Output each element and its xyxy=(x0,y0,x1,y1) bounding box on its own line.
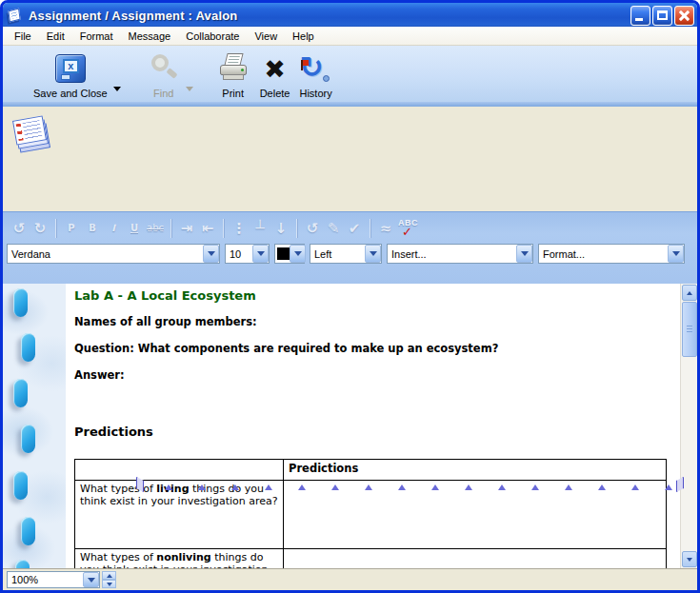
strikethrough-icon[interactable]: abc xyxy=(145,217,166,240)
tab-stop-marker xyxy=(165,484,172,490)
down-arrow-icon xyxy=(687,558,692,562)
tab-stop-marker xyxy=(598,484,606,490)
scroll-down-button[interactable] xyxy=(682,551,697,567)
toolbar-divider xyxy=(370,219,370,238)
corner-header-cell xyxy=(75,460,284,481)
italic-icon[interactable]: I xyxy=(103,217,124,240)
menu-file[interactable]: File xyxy=(7,29,39,44)
undo-icon[interactable]: ↺ xyxy=(9,217,30,240)
predictions-table: Predictions What types of living things … xyxy=(74,459,667,568)
chevron-down-icon xyxy=(672,251,680,256)
underline-icon[interactable]: U xyxy=(124,217,145,240)
insert-break-icon[interactable]: ┴ xyxy=(250,217,270,240)
outdent-icon[interactable]: ⇤ xyxy=(197,217,218,240)
zoom-up-button[interactable] xyxy=(102,571,116,580)
find-dropdown-arrow xyxy=(186,87,193,91)
window-title: Assignment / Assignment : Avalon xyxy=(29,9,630,23)
minimize-button[interactable] xyxy=(630,6,650,26)
tab-stop-marker xyxy=(465,484,472,490)
zoom-down-button[interactable] xyxy=(102,580,116,588)
document-editor[interactable]: Lab A - A Local Ecosystem Names of all g… xyxy=(66,284,680,568)
print-button[interactable]: Print xyxy=(214,49,252,100)
document-line: Names of all group members: xyxy=(74,315,257,328)
size-dropdown-arrow[interactable] xyxy=(252,245,269,263)
assignment-form: Assignment Number: Assignment Name: Due … xyxy=(3,107,697,211)
format-dropdown-arrow[interactable] xyxy=(668,245,684,263)
zoom-dropdown-arrow[interactable] xyxy=(83,572,99,587)
font-size-dropdown[interactable]: 10 xyxy=(225,244,270,264)
signature-icon[interactable]: ≈ xyxy=(375,217,396,240)
tab-stop-marker xyxy=(198,484,206,490)
menu-collaborate[interactable]: Collaborate xyxy=(178,29,247,44)
bold-icon[interactable]: B xyxy=(82,217,103,240)
menu-format[interactable]: Format xyxy=(72,29,121,44)
maximize-button[interactable] xyxy=(652,6,672,26)
scrollbar-thumb[interactable] xyxy=(682,302,697,357)
answer-cell[interactable] xyxy=(284,481,667,549)
minimize-icon xyxy=(635,18,643,21)
spellcheck-icon[interactable]: ABC ✓ xyxy=(396,217,419,240)
menu-help[interactable]: Help xyxy=(285,29,322,44)
save-and-close-button[interactable]: x Save and Close xyxy=(30,49,111,100)
scroll-up-button[interactable] xyxy=(682,285,697,301)
maximize-icon xyxy=(657,10,668,20)
document-line: Question: What components are required t… xyxy=(74,342,498,355)
align-dropdown-arrow[interactable] xyxy=(365,245,381,263)
font-family-dropdown[interactable]: Verdana xyxy=(7,244,220,264)
tab-stop-marker xyxy=(531,484,539,490)
insert-dropdown[interactable]: Insert... xyxy=(387,244,533,264)
menu-view[interactable]: View xyxy=(247,29,285,44)
insert-rows-icon[interactable]: ⋮ xyxy=(229,217,250,240)
binding-capsule xyxy=(21,517,35,545)
move-down-icon[interactable]: ↓ xyxy=(270,217,291,240)
tab-stop-marker xyxy=(631,484,639,490)
indent-icon[interactable]: ⇥ xyxy=(176,217,197,240)
history-icon: ↻ xyxy=(300,53,332,84)
table-row: What types of nonliving things do you th… xyxy=(75,549,667,569)
menu-message[interactable]: Message xyxy=(121,29,179,44)
history-button[interactable]: ↻ History xyxy=(295,49,335,100)
print-icon xyxy=(218,53,249,84)
toolbar-divider xyxy=(55,219,56,238)
chevron-down-icon xyxy=(257,251,265,256)
insert-dropdown-arrow[interactable] xyxy=(516,245,532,263)
chevron-down-icon xyxy=(294,251,302,256)
paragraph-style-icon[interactable]: P xyxy=(61,217,82,240)
status-bar: 100% xyxy=(3,568,697,590)
color-swatch xyxy=(277,247,290,260)
tab-stop-marker xyxy=(565,484,572,490)
close-button[interactable] xyxy=(674,6,694,26)
zoom-spinner[interactable] xyxy=(102,571,116,588)
zoom-dropdown[interactable]: 100% xyxy=(7,571,100,588)
delete-label: Delete xyxy=(260,88,290,99)
up-arrow-icon xyxy=(107,574,112,578)
accept-check-icon[interactable]: ✔ xyxy=(344,217,365,240)
refresh-icon[interactable]: ↺ xyxy=(302,217,323,240)
tab-stop-marker xyxy=(498,484,506,490)
section-heading: Predictions xyxy=(74,425,153,439)
tab-stop-marker xyxy=(398,484,406,490)
title-bar: Assignment / Assignment : Avalon xyxy=(0,0,700,30)
down-arrow-icon xyxy=(107,583,112,586)
document-area: Lab A - A Local Ecosystem Names of all g… xyxy=(3,284,697,568)
tab-stop-marker xyxy=(431,484,439,490)
tab-stop-marker xyxy=(331,484,339,490)
delete-button[interactable]: ✖ Delete xyxy=(256,49,294,100)
tab-stop-marker xyxy=(365,484,372,490)
alignment-dropdown[interactable]: Left xyxy=(310,244,382,264)
menu-edit[interactable]: Edit xyxy=(39,29,72,44)
redo-icon[interactable]: ↻ xyxy=(30,217,50,240)
chevron-down-icon xyxy=(208,251,215,256)
font-dropdown-arrow[interactable] xyxy=(203,245,219,263)
binding-capsule xyxy=(13,379,28,407)
table-header-row: Predictions xyxy=(75,460,667,481)
save-dropdown-arrow[interactable] xyxy=(113,87,121,91)
answer-cell[interactable] xyxy=(284,549,667,569)
vertical-scrollbar[interactable] xyxy=(680,284,697,568)
save-icon: x xyxy=(55,54,86,83)
question-cell: What types of nonliving things do you th… xyxy=(75,549,284,569)
format-dropdown[interactable]: Format... xyxy=(538,244,685,264)
font-color-dropdown[interactable] xyxy=(274,244,305,264)
color-dropdown-arrow[interactable] xyxy=(290,245,306,263)
pen-icon[interactable]: ✎ xyxy=(323,217,344,240)
